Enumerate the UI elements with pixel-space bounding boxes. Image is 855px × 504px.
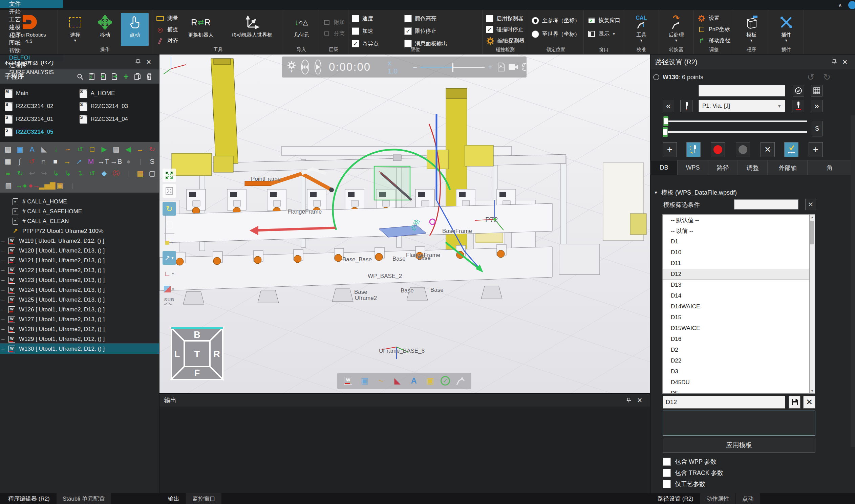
zoom-selected-icon[interactable] xyxy=(162,184,176,198)
toolbox-icon[interactable]: ↪ xyxy=(40,169,48,178)
move-robot-world-frame-button[interactable]: 移动机器人世界框 xyxy=(224,13,280,46)
jog-turn-icon[interactable]: ↻ xyxy=(162,202,176,216)
template-item[interactable]: D15 xyxy=(663,312,809,323)
import-program-icon[interactable] xyxy=(98,71,108,82)
toolbox-icon[interactable]: ↻ xyxy=(16,169,24,178)
point-table-button[interactable] xyxy=(811,85,822,96)
template-item[interactable]: D14 xyxy=(663,290,809,301)
program-line[interactable]: ↗ PTP P72 Utool1 Uframe2 100% xyxy=(0,226,159,236)
template-filter-input[interactable] xyxy=(734,199,799,210)
toolbox-icon[interactable]: | xyxy=(124,169,132,178)
template-list[interactable]: -- 默认值 ---- 以前 --D1D10D11D12D13D14D14WAI… xyxy=(662,214,809,394)
path-settings-tab[interactable]: 路径 xyxy=(708,160,738,175)
redo-icon[interactable]: ↻ xyxy=(823,72,831,83)
program-line[interactable]: W W125 [ Utool1, Uframe2, D13, () ] xyxy=(0,295,159,305)
measure-button[interactable]: 测量 xyxy=(156,14,178,23)
speed-slider[interactable] xyxy=(420,67,484,68)
postprocess-button[interactable]: ↷ 后处理 ▼ xyxy=(662,13,690,46)
toolbox-icon[interactable]: ▤ xyxy=(4,145,12,154)
close-icon[interactable]: ✕ xyxy=(839,57,850,67)
toolbox-icon[interactable]: →● xyxy=(17,181,26,190)
record-button[interactable] xyxy=(711,142,725,157)
toolbox-icon[interactable]: ∫ xyxy=(16,157,24,165)
toolbox-icon[interactable]: □ xyxy=(88,145,96,154)
path-settings-tab[interactable]: 角 xyxy=(807,160,852,175)
template-item[interactable]: D3 xyxy=(663,366,809,377)
toolbox-icon[interactable]: →T xyxy=(99,157,108,165)
subprogram-item[interactable]: S R2ZC3214_03 xyxy=(79,102,155,111)
add-torch-point-button[interactable] xyxy=(687,142,700,157)
path-radio[interactable] xyxy=(653,74,659,80)
program-line[interactable]: W W122 [ Utool1, Uframe2, D13, () ] xyxy=(0,265,159,275)
toolbox-icon[interactable]: ▤ xyxy=(112,145,120,154)
template-option-checkbox[interactable]: 包含 TRACK 参数 xyxy=(663,467,855,478)
toolbox-icon[interactable]: ▤ xyxy=(136,169,144,178)
jog-button[interactable]: 点动 xyxy=(121,13,149,46)
template-option-checkbox[interactable]: 仅工艺参数 xyxy=(663,478,855,489)
edit-detector-button[interactable]: 编辑探测器 xyxy=(486,36,524,46)
toolbox-icon[interactable]: ▶ xyxy=(100,145,108,154)
toolbox-icon[interactable]: ~ xyxy=(64,145,72,154)
template-item[interactable]: D16 xyxy=(663,334,809,345)
snap-button[interactable]: ◎ 捕捉 xyxy=(156,25,178,34)
apply-template-button[interactable]: 应用模板 xyxy=(663,438,815,453)
toolbox-icon[interactable]: ◣ xyxy=(40,145,48,154)
template-item[interactable]: D15WAICE xyxy=(663,323,809,334)
account-avatar[interactable] xyxy=(848,1,855,9)
calibration-tool-button[interactable]: CAL 工具 ▼ xyxy=(627,13,655,46)
toolbox-icon[interactable]: Ⓢ xyxy=(112,169,120,178)
pnp-coords-button[interactable]: PnP坐标 xyxy=(697,25,730,34)
add-point-after-button[interactable]: + xyxy=(808,142,823,157)
path-settings-tab[interactable]: DB xyxy=(651,160,678,175)
lock-radio[interactable]: 至参考（坐标） xyxy=(532,16,580,26)
toolbox-icon[interactable]: A xyxy=(28,145,36,154)
toolbox-icon[interactable]: ∩ xyxy=(40,157,48,165)
template-item[interactable]: D2 xyxy=(663,345,809,355)
swap-robot-button[interactable]: R⇄R 更换机器人 xyxy=(180,13,221,46)
record-disabled-button[interactable] xyxy=(736,142,750,157)
ribbon-collapse-icon[interactable]: ∧ xyxy=(838,2,842,8)
playback-settings-button[interactable]: ▼ xyxy=(287,61,296,73)
torch-to-point-button[interactable] xyxy=(680,100,693,112)
panel-icon[interactable]: ▣ xyxy=(359,375,371,387)
menu-item[interactable]: 帮助 xyxy=(0,47,63,54)
delete-point-button[interactable]: ✕ xyxy=(761,142,775,157)
path-points-icon[interactable]: ~ xyxy=(375,375,387,387)
speed-minus[interactable]: – xyxy=(413,63,417,71)
program-line[interactable]: ≡ # CALL A_CLEAN xyxy=(0,216,159,226)
collision-checkbox[interactable]: 碰撞时停止 xyxy=(486,24,524,35)
toolbox-icon[interactable]: ↳ xyxy=(64,169,72,178)
plugin-button[interactable]: 插件 ▼ xyxy=(772,13,800,46)
program-line[interactable]: W W126 [ Utool1, Uframe2, D13, () ] xyxy=(0,305,159,314)
program-line[interactable]: W W130 [ Utool1, Uframe2, D12, () ] xyxy=(0,344,159,354)
next-point-button[interactable]: » xyxy=(811,100,822,112)
annotation-icon[interactable]: A xyxy=(408,375,420,387)
template-item[interactable]: D10 xyxy=(663,247,809,258)
view-cube[interactable]: B L T R F xyxy=(168,325,226,382)
center-bottom-tab[interactable]: 输出 xyxy=(162,493,185,504)
toolbox-icon[interactable]: ≡ xyxy=(4,169,12,178)
attach-button[interactable]: 附加 xyxy=(322,18,345,27)
point-dropdown[interactable]: P1: Via, [J]▼ xyxy=(698,100,785,112)
menu-item[interactable]: 图纸 xyxy=(0,39,63,47)
sub-curve-icon[interactable]: SUB xyxy=(164,298,174,305)
menu-item[interactable]: 工艺 xyxy=(0,16,63,23)
toolbox-icon[interactable]: →B xyxy=(112,157,121,165)
wireframe-cube-icon[interactable]: ▢ xyxy=(162,218,176,231)
menu-item[interactable]: 程序 xyxy=(0,31,63,39)
menu-item[interactable]: 建模 xyxy=(0,23,63,31)
program-line[interactable]: W W129 [ Utool1, Uframe2, D12, () ] xyxy=(0,334,159,344)
limit-checkbox[interactable]: 颜色高亮 xyxy=(404,14,479,24)
play-button[interactable] xyxy=(315,59,321,74)
toolbox-icon[interactable]: ↺ xyxy=(76,145,84,154)
prev-point-button[interactable]: « xyxy=(663,100,674,112)
toolbox-icon[interactable]: ◆ xyxy=(100,169,108,178)
axis-mode-icon[interactable]: ∟▼ xyxy=(162,267,176,280)
toolbox-icon[interactable]: ▦ xyxy=(4,157,12,165)
center-bottom-tab[interactable]: 监控窗口 xyxy=(186,493,221,504)
add-point-before-button[interactable]: + xyxy=(663,142,677,157)
s-button[interactable]: S xyxy=(812,121,822,137)
program-line[interactable]: W W120 [ Utool1, Uframe2, D13, () ] xyxy=(0,246,159,255)
subprogram-item[interactable]: S R2ZC3214_05 xyxy=(5,128,79,137)
toolbox-icon[interactable]: | xyxy=(68,181,77,190)
